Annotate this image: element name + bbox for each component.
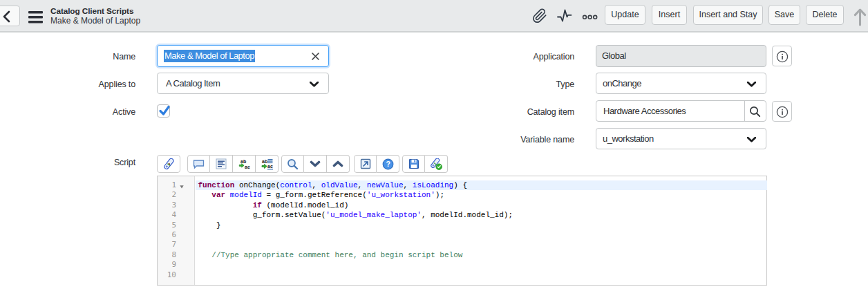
svg-text:ab: ab [262, 158, 267, 163]
svg-text:ac: ac [267, 164, 273, 169]
svg-text:?: ? [386, 160, 390, 168]
svg-text:ac: ac [245, 165, 250, 169]
svg-text:ab: ab [240, 158, 246, 163]
